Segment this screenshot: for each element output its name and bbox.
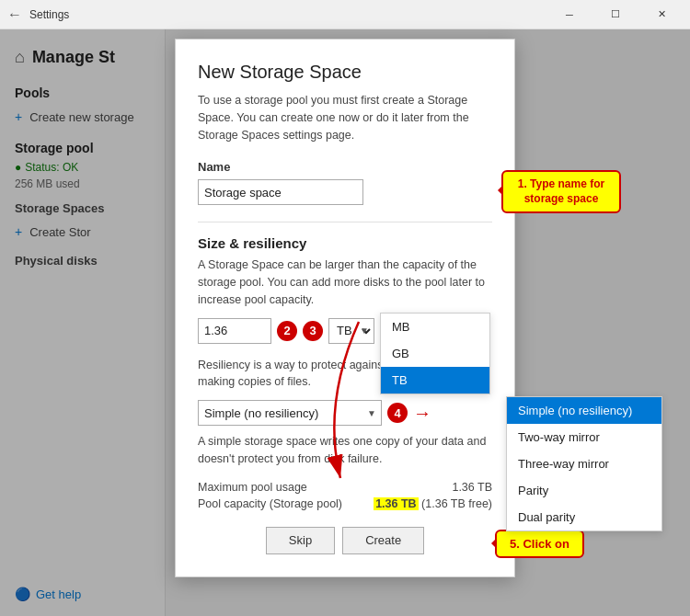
step1-callout: 1. Type name for storage space xyxy=(501,170,621,213)
pool-capacity-label: Pool capacity (Storage pool) xyxy=(198,497,342,510)
arrow-to-resiliency-icon: → xyxy=(413,403,431,424)
resiliency-row: Simple (no resiliency) Two-way mirror Th… xyxy=(198,400,492,426)
pool-capacity-highlight: 1.36 TB xyxy=(374,497,418,510)
resiliency-parity-option[interactable]: Parity xyxy=(507,477,661,504)
resiliency-select[interactable]: Simple (no resiliency) Two-way mirror Th… xyxy=(198,400,382,426)
max-pool-value: 1.36 TB xyxy=(452,481,492,494)
unit-mb-option[interactable]: MB xyxy=(381,314,489,340)
unit-select-wrapper: MB GB TB ▼ MB GB TB xyxy=(328,318,374,344)
unit-tb-option[interactable]: TB xyxy=(381,367,489,394)
pool-capacity-row: Pool capacity (Storage pool) 1.36 TB (1.… xyxy=(198,497,492,510)
step2-badge: 2 xyxy=(277,321,297,341)
titlebar: ← Settings ─ ☐ ✕ xyxy=(0,0,690,29)
size-input[interactable] xyxy=(198,318,271,344)
new-storage-space-dialog: New Storage Space To use a storage pool … xyxy=(175,39,515,577)
size-resiliency-title: Size & resiliency xyxy=(198,235,492,251)
size-row: 2 3 MB GB TB ▼ MB GB TB → xyxy=(198,318,492,344)
size-resiliency-desc: A Storage Space can be larger than the c… xyxy=(198,257,492,308)
resiliency-select-wrapper: Simple (no resiliency) Two-way mirror Th… xyxy=(198,400,382,426)
size-unit-select[interactable]: MB GB TB xyxy=(328,318,374,344)
create-button[interactable]: Create xyxy=(342,527,424,554)
resiliency-simple-option[interactable]: Simple (no resiliency) xyxy=(507,397,661,424)
max-pool-usage-row: Maximum pool usage 1.36 TB xyxy=(198,481,492,494)
skip-button[interactable]: Skip xyxy=(266,527,335,554)
back-button[interactable]: ← xyxy=(7,6,22,23)
app-body: ⌂ Manage St Pools + Create new storage S… xyxy=(0,29,690,616)
resiliency-threeway-option[interactable]: Three-way mirror xyxy=(507,451,661,477)
close-button[interactable]: ✕ xyxy=(640,0,683,29)
resiliency-twoway-option[interactable]: Two-way mirror xyxy=(507,424,661,451)
resiliency-dropdown-popup: Simple (no resiliency) Two-way mirror Th… xyxy=(506,396,662,531)
name-label: Name xyxy=(198,160,492,174)
max-pool-label: Maximum pool usage xyxy=(198,481,307,494)
resiliency-description: A simple storage space writes one copy o… xyxy=(198,433,492,468)
divider xyxy=(198,222,492,222)
resiliency-dualparity-option[interactable]: Dual parity xyxy=(507,504,661,530)
minimize-button[interactable]: ─ xyxy=(548,0,591,29)
dialog-title: New Storage Space xyxy=(198,62,492,83)
unit-gb-option[interactable]: GB xyxy=(381,340,489,367)
name-input[interactable] xyxy=(198,179,363,205)
unit-dropdown-popup: MB GB TB xyxy=(380,313,490,394)
titlebar-title: Settings xyxy=(29,8,548,21)
pool-capacity-value: 1.36 TB (1.36 TB free) xyxy=(374,497,492,510)
step4-badge: 4 xyxy=(387,403,408,423)
maximize-button[interactable]: ☐ xyxy=(594,0,637,29)
pool-capacity-rest: (1.36 TB free) xyxy=(421,497,492,510)
titlebar-controls: ─ ☐ ✕ xyxy=(548,0,683,29)
name-row: 1. Type name for storage space xyxy=(198,179,492,205)
dialog-description: To use a storage pool you must first cre… xyxy=(198,92,492,143)
dialog-footer: Skip Create 5. Click on xyxy=(198,527,492,554)
step5-callout: 5. Click on xyxy=(495,530,584,558)
step3-badge: 3 xyxy=(303,321,323,341)
